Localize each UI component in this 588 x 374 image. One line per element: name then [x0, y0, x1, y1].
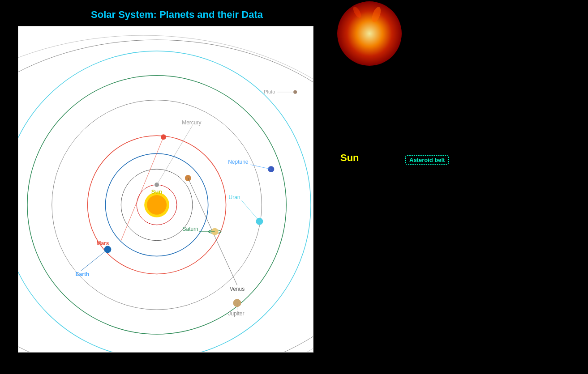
asteroid-belt-label: Asteroid belt	[405, 155, 449, 165]
svg-text:Saturn: Saturn	[183, 226, 198, 232]
svg-text:Uran: Uran	[229, 194, 240, 200]
svg-point-19	[104, 246, 111, 253]
svg-text:Pluto: Pluto	[264, 89, 275, 94]
svg-text:Mercury: Mercury	[182, 119, 201, 126]
svg-text:Sun: Sun	[151, 188, 163, 195]
sun-image	[336, 0, 403, 67]
page-title: Solar System: Planets and their Data	[27, 9, 327, 21]
sun-label: Sun	[340, 152, 359, 164]
svg-text:Mars: Mars	[96, 240, 109, 246]
svg-point-41	[337, 1, 402, 66]
svg-text:Neptune: Neptune	[228, 159, 249, 165]
svg-text:Venus: Venus	[230, 286, 245, 292]
right-panel: Sun Asteroid belt Mercury Density5.4 Dis…	[336, 0, 588, 374]
svg-text:Jupiter: Jupiter	[228, 310, 245, 317]
svg-text:Earth: Earth	[76, 271, 90, 277]
svg-point-11	[147, 195, 167, 215]
svg-rect-0	[18, 26, 313, 352]
solar-diagram: Sun Mercury Venus Earth Mars Jupiter	[18, 26, 313, 353]
